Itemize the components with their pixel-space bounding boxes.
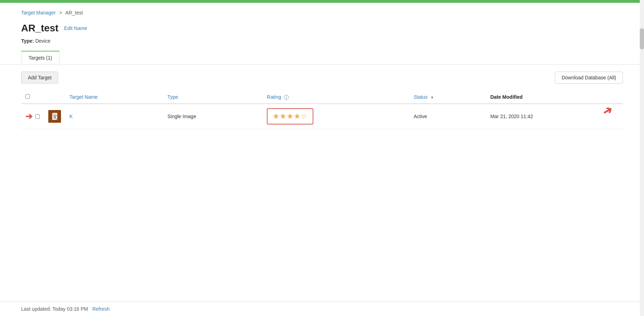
- page-type: Type: Device: [0, 37, 644, 51]
- th-status[interactable]: Status ▼: [409, 91, 486, 104]
- breadcrumb-parent-link[interactable]: Target Manager: [21, 10, 56, 16]
- row-checkbox[interactable]: [35, 114, 40, 119]
- tabs-container: Targets (1): [0, 51, 644, 65]
- th-target-name[interactable]: Target Name: [65, 91, 163, 104]
- select-all-checkbox[interactable]: [25, 94, 30, 99]
- breadcrumb-current: AR_test: [65, 10, 83, 16]
- row-name-cell: K: [65, 104, 163, 129]
- row-status-value: Active: [413, 114, 427, 119]
- download-database-button[interactable]: Download Database (All): [555, 72, 623, 84]
- target-thumbnail: 🃏: [48, 110, 61, 123]
- row-thumb-cell: 🃏: [44, 104, 65, 129]
- row-arrow-indicator: ➔: [25, 111, 32, 121]
- row-date-value: Mar 21, 2020 11:42: [490, 114, 533, 119]
- scrollbar-thumb[interactable]: [640, 28, 644, 49]
- refresh-link[interactable]: Refresh: [92, 306, 110, 312]
- add-target-button[interactable]: Add Target: [21, 72, 58, 84]
- last-updated-label: Last updated: Today 03:16 PM: [21, 306, 88, 312]
- content-area: Add Target Download Database (All) Targe…: [0, 65, 644, 136]
- page-title: AR_test: [21, 23, 59, 34]
- th-checkbox: [21, 91, 44, 104]
- row-date-cell: Mar 21, 2020 11:42: [486, 104, 623, 129]
- breadcrumb-separator: >: [59, 10, 62, 16]
- footer-bar: Last updated: Today 03:16 PM Refresh: [0, 302, 644, 316]
- status-sort-icon: ▼: [430, 96, 434, 99]
- type-value: Device: [35, 38, 50, 44]
- table-row: ➔ 🃏 K Single Image ★: [21, 104, 623, 129]
- th-type[interactable]: Type: [163, 91, 263, 104]
- row-rating-cell: ★★★★☆: [263, 104, 409, 129]
- rating-info-icon: i: [284, 95, 289, 100]
- edit-name-link[interactable]: Edit Name: [64, 25, 87, 31]
- target-name-link[interactable]: K: [69, 114, 73, 119]
- rating-stars-box: ★★★★☆: [267, 108, 313, 124]
- targets-table: Target Name Type Rating i Status ▼ Date: [21, 91, 623, 129]
- row-checkbox-cell: ➔: [21, 104, 44, 129]
- th-date-modified: Date Modified: [486, 91, 623, 104]
- row-status-cell: Active: [409, 104, 486, 129]
- top-bar: [0, 0, 644, 3]
- tab-targets[interactable]: Targets (1): [21, 51, 60, 64]
- table-header-row: Target Name Type Rating i Status ▼ Date: [21, 91, 623, 104]
- breadcrumb: Target Manager > AR_test: [0, 3, 644, 19]
- row-type-cell: Single Image: [163, 104, 263, 129]
- th-thumb: [44, 91, 65, 104]
- th-rating[interactable]: Rating i: [263, 91, 409, 104]
- toolbar: Add Target Download Database (All): [21, 72, 623, 84]
- scrollbar-track[interactable]: [640, 0, 644, 316]
- row-type-value: Single Image: [167, 114, 196, 119]
- type-label: Type:: [21, 38, 34, 44]
- rating-stars: ★★★★☆: [272, 112, 308, 121]
- page-header: AR_test Edit Name: [0, 19, 644, 37]
